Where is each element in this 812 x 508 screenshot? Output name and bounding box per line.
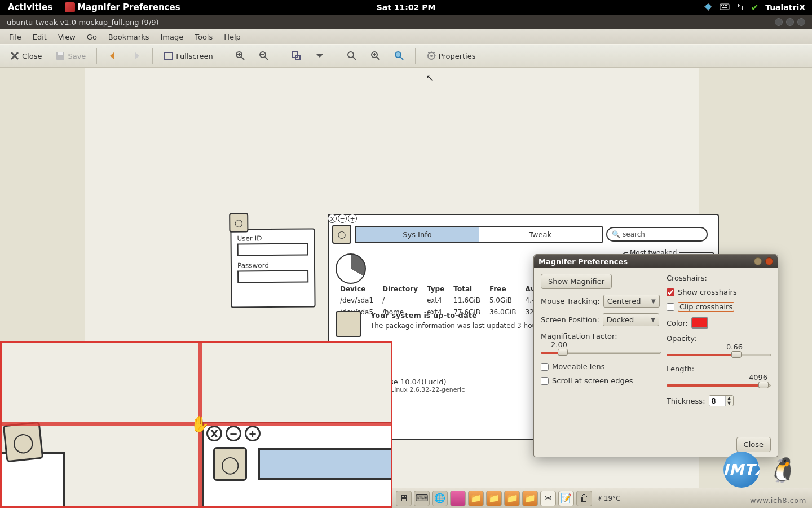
toolbar-separator [152,48,153,64]
user-id-label: User ID [237,234,308,242]
zoom-100-button[interactable] [365,48,386,64]
trash-icon[interactable]: 🗑 [576,491,592,506]
thickness-spinner[interactable]: ▲▼ [709,395,734,406]
gnome-top-panel: Activities Magnifer Preferences Sat 11:0… [0,0,812,15]
network-tray-icon[interactable] [736,3,744,12]
zoomed-main: X−+ ◯ Sy [202,422,392,508]
folder-icon[interactable]: 📁 [504,491,520,506]
update-title: Your system is up-to-date [370,311,559,319]
toolbar-separator [224,48,224,64]
window-minimize-button[interactable] [775,18,783,26]
svg-rect-8 [58,52,63,55]
image-viewer-titlebar: ubuntu-tweak-v1.0-mockup_full.png (9/9) [0,15,812,29]
svg-point-16 [395,52,401,58]
mockup-window-controls: x−+ [328,214,357,223]
mouse-tracking-label: Mouse Tracking: [541,297,600,305]
show-crosshairs-checkbox[interactable]: Show crosshairs [667,288,771,296]
pref-title: Magnifer Preferences [539,257,628,266]
browser-icon[interactable]: 🌐 [432,491,448,506]
watermark-imtx: IMTX 🐧 [723,452,796,488]
folder-icon[interactable]: 📁 [486,491,502,506]
close-button[interactable]: Close [5,48,47,64]
notes-icon[interactable]: 📝 [558,491,574,506]
weather-tray-icon[interactable] [704,2,713,13]
weather-applet[interactable]: ☀ 19°C [597,494,620,502]
folder-icon[interactable]: 📁 [468,491,484,506]
opacity-slider[interactable] [667,351,771,359]
zoom-menu-arrow[interactable] [310,48,330,64]
zoom-actual-button[interactable] [342,48,362,64]
keyboard-tray-icon[interactable] [720,3,730,12]
search-placeholder: search [623,230,645,238]
zoomed-tab: Sy [258,448,392,480]
screen-position-select[interactable]: Docked▼ [603,313,659,326]
menu-file[interactable]: File [3,30,27,43]
nav-forward-button[interactable] [126,48,147,64]
zoom-fitwidth-button[interactable] [389,48,409,64]
zoom-fit-button[interactable] [286,48,306,64]
svg-rect-2 [721,5,722,6]
panel-tray: ✔ TualatriX [704,2,812,13]
pref-close-button[interactable]: Close [736,437,771,452]
workspace-icon[interactable] [450,491,466,506]
mockup-search: 🔍search [606,227,708,242]
window-close-button[interactable] [797,18,805,26]
menu-bookmarks[interactable]: Bookmarks [103,30,155,43]
watermark-ich8: www.ich8.com [750,496,806,505]
folder-icon[interactable]: 📁 [522,491,538,506]
package-icon [336,311,361,337]
activities-button[interactable]: Activities [0,2,60,12]
terminal-icon[interactable]: ⌨ [414,491,430,506]
menu-view[interactable]: View [52,30,81,43]
focused-window-title[interactable]: Magnifer Preferences [60,2,184,12]
menu-help[interactable]: Help [218,30,246,43]
ubuntu-icon: ◯ [213,447,247,481]
scroll-edges-checkbox[interactable]: Scroll at screen edges [541,376,661,385]
fullscreen-button[interactable]: Fullscreen [158,48,218,64]
length-slider[interactable] [667,382,771,389]
nav-back-button[interactable] [103,48,123,64]
user-status-icon: ✔ [751,2,758,13]
document-title: ubuntu-tweak-v1.0-mockup_full.png (9/9) [7,18,159,27]
menu-edit[interactable]: Edit [27,30,52,43]
app-menubar: File Edit View Go Bookmarks Image Tools … [0,29,812,44]
magnifier-preferences-dialog: Magnifer Preferences Show Magnifier Mous… [533,254,778,457]
user-menu[interactable]: TualatriX [765,3,805,12]
crosshairs-heading: Crosshairs: [667,274,771,282]
moveable-lens-checkbox[interactable]: Moveable lens [541,362,661,371]
magnifier-app-icon [65,2,75,12]
mail-icon[interactable]: ✉ [540,491,556,506]
crosshair-color-button[interactable] [691,317,708,329]
svg-point-14 [348,52,354,58]
menu-tools[interactable]: Tools [189,30,218,43]
magnifier-docked-view: ◯ X−+ ◯ Sy ✋ [0,341,392,508]
show-desktop-icon[interactable]: 🖥 [396,491,412,506]
mockup-tabs: Sys Info Tweak [355,226,603,243]
fullscreen-label: Fullscreen [176,52,213,60]
menu-image[interactable]: Image [155,30,189,43]
window-maximize-button[interactable] [786,18,794,26]
mouse-tracking-select[interactable]: Centered▼ [603,295,660,308]
properties-label: Properties [439,52,476,60]
zoom-out-button[interactable] [254,48,274,64]
pref-minimize-button[interactable] [754,257,762,265]
toolbar-separator [280,48,280,64]
save-button[interactable]: Save [50,48,91,64]
zoomed-login: ◯ [0,452,65,508]
properties-button[interactable]: Properties [421,48,481,64]
toolbar-separator [336,48,336,64]
mag-factor-slider[interactable] [541,349,661,357]
mockup-login-card: ◯ User ID Password [230,228,315,308]
pref-close-x-button[interactable] [765,257,773,265]
svg-rect-3 [723,5,724,6]
thickness-input[interactable] [709,396,725,406]
opacity-label: Opacity: [667,334,771,343]
toolbar-separator [96,48,97,64]
clip-crosshairs-checkbox[interactable]: Clip crosshairs [667,302,771,312]
zoom-in-button[interactable] [230,48,250,64]
menu-go[interactable]: Go [81,30,103,43]
pref-titlebar[interactable]: Magnifer Preferences [534,255,778,268]
mouse-cursor-icon: ↖ [426,72,434,83]
panel-clock[interactable]: Sat 11:02 PM [377,3,436,12]
show-magnifier-button[interactable]: Show Magnifier [541,274,612,289]
